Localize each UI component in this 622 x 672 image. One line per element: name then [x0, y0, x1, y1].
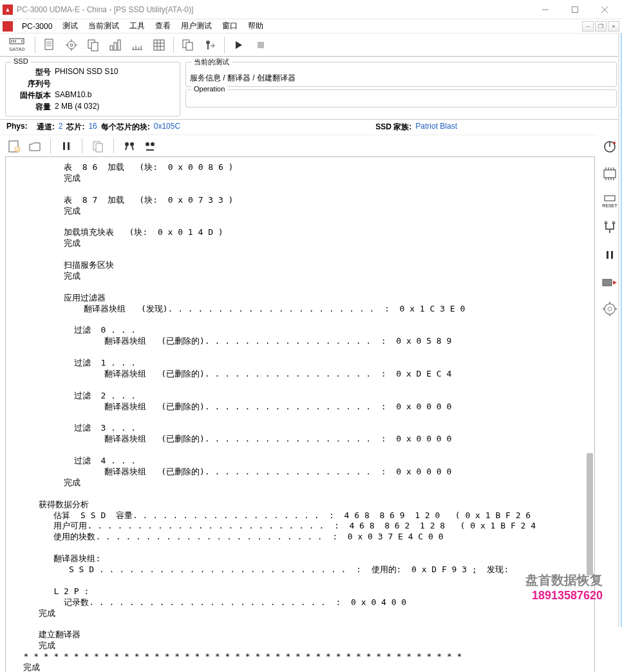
family-value: Patriot Blast [415, 122, 457, 133]
phys-info-row: Phys: 通道: 2 芯片: 16 每个芯片的块: 0x105C SSD 家族… [0, 120, 622, 135]
svg-point-72 [605, 304, 615, 314]
svg-point-50 [146, 142, 149, 146]
menu-test[interactable]: 测试 [57, 19, 83, 33]
ssd-legend: SSD [11, 57, 31, 65]
ssd-info-group: SSD 型号PHISON SSD S10 序列号 固件版本SABM10.b 容量… [5, 62, 180, 117]
log-content: 表 8 6 加载 (块: 0 x 0 0 8 6 ) 完成 表 8 7 加载 (… [6, 157, 594, 672]
svg-rect-9 [45, 39, 53, 50]
svg-point-47 [130, 142, 134, 146]
find-next-button[interactable] [141, 137, 159, 155]
channel-value: 2 [59, 122, 63, 133]
serial-label: 序列号 [10, 79, 51, 89]
svg-rect-23 [118, 40, 120, 50]
chart-icon[interactable] [105, 35, 126, 55]
chip-icon[interactable] [600, 164, 619, 183]
svg-rect-29 [154, 40, 164, 50]
menu-window[interactable]: 窗口 [217, 19, 243, 33]
svg-rect-1 [572, 6, 578, 12]
settings-icon[interactable] [600, 299, 619, 319]
minimize-button[interactable] [531, 0, 560, 19]
current-test-legend: 当前的测试 [191, 57, 232, 67]
pause-icon[interactable] [600, 245, 619, 265]
menu-view[interactable]: 查看 [150, 19, 176, 33]
svg-point-36 [206, 41, 210, 44]
svg-rect-39 [258, 42, 264, 48]
scrollbar-thumb[interactable] [587, 453, 593, 575]
svg-point-73 [608, 307, 612, 311]
copy-icon[interactable] [83, 35, 104, 55]
fw-label: 固件版本 [10, 90, 51, 101]
svg-rect-22 [114, 42, 117, 50]
maximize-button[interactable] [560, 0, 590, 19]
chip-value: 16 [88, 122, 97, 133]
brand-label: PC-3000 [17, 21, 57, 32]
svg-point-13 [68, 41, 75, 49]
fw-value: SABM10.b [55, 90, 176, 101]
mdi-close-button[interactable]: × [608, 21, 619, 32]
find-button[interactable] [120, 137, 138, 155]
svg-point-41 [15, 147, 20, 152]
model-label: 型号 [10, 67, 51, 78]
family-label: SSD 家族: [375, 122, 411, 133]
log-area[interactable]: 表 8 6 加载 (块: 0 x 0 0 8 6 ) 完成 表 8 7 加载 (… [5, 156, 595, 672]
svg-rect-56 [604, 170, 616, 178]
window-right-edge [618, 33, 622, 627]
close-button[interactable] [590, 0, 619, 19]
sata-port-button[interactable]: SATA0 [3, 35, 31, 55]
cap-value: 2 MB (4 032) [55, 102, 176, 113]
menu-current-test[interactable]: 当前测试 [83, 19, 124, 33]
window-title: PC-3000 UDMA-E - China - [PS SSD Utility… [17, 5, 531, 14]
gear-icon[interactable] [61, 35, 82, 55]
stop-button[interactable] [250, 35, 271, 55]
app-icon-small [3, 21, 13, 32]
svg-rect-70 [603, 279, 612, 286]
svg-rect-43 [68, 142, 70, 150]
svg-rect-45 [96, 144, 102, 152]
svg-rect-68 [607, 251, 608, 259]
svg-marker-71 [613, 281, 617, 285]
svg-rect-20 [91, 42, 98, 51]
copy-log-button[interactable] [89, 137, 107, 155]
cap-label: 容量 [10, 102, 51, 113]
menu-user-test[interactable]: 用户测试 [176, 19, 217, 33]
document-icon[interactable] [39, 35, 60, 55]
current-test-group: 当前的测试 服务信息 / 翻译器 / 创建翻译器 [185, 62, 617, 87]
exit-icon[interactable] [200, 35, 220, 55]
channel-label: 通道: [37, 122, 55, 133]
chip-arrow-icon[interactable] [600, 272, 619, 292]
svg-point-46 [125, 142, 129, 146]
svg-rect-35 [186, 42, 193, 50]
connector-icon[interactable] [600, 218, 619, 238]
mdi-minimize-button[interactable]: – [582, 21, 594, 32]
reset-icon[interactable]: RESET [600, 191, 619, 210]
ruler-icon[interactable] [127, 35, 147, 55]
power-icon[interactable] [600, 137, 619, 156]
pause-log-button[interactable] [57, 137, 75, 155]
model-value: PHISON SSD S10 [55, 67, 176, 78]
svg-rect-65 [605, 196, 615, 201]
svg-rect-42 [63, 142, 65, 150]
operation-group: Operation [185, 89, 617, 107]
mdi-restore-button[interactable]: ❐ [595, 21, 607, 32]
svg-point-55 [613, 142, 616, 144]
svg-rect-69 [611, 251, 613, 259]
operation-legend: Operation [191, 85, 227, 93]
app-icon: ▲ [3, 5, 13, 15]
save-log-button[interactable] [5, 137, 23, 155]
phys-label: Phys: [6, 122, 28, 133]
svg-marker-38 [236, 41, 242, 49]
main-toolbar: SATA0 [0, 33, 622, 57]
grid-icon[interactable] [149, 35, 169, 55]
windows-icon[interactable] [178, 35, 198, 55]
menubar: PC-3000 测试 当前测试 工具 查看 用户测试 窗口 帮助 – ❐ × [0, 19, 622, 33]
play-button[interactable] [229, 35, 249, 55]
svg-point-14 [70, 44, 73, 46]
menu-tools[interactable]: 工具 [124, 19, 150, 33]
svg-rect-21 [110, 46, 113, 50]
blocks-label: 每个芯片的块: [101, 122, 150, 133]
menu-help[interactable]: 帮助 [243, 19, 269, 33]
blocks-value: 0x105C [154, 122, 180, 133]
open-log-button[interactable] [26, 137, 44, 155]
log-toolbar [0, 135, 598, 156]
svg-point-51 [151, 142, 155, 146]
